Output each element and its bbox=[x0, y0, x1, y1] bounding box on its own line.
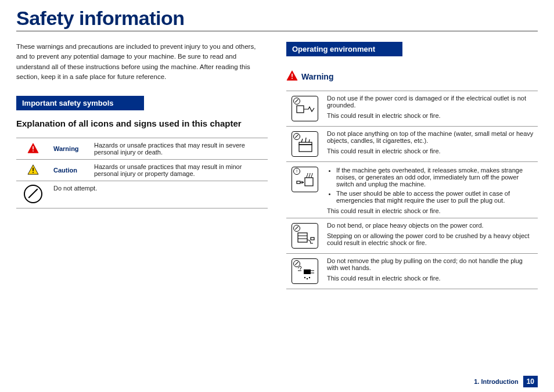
operating-warning-heading: Warning bbox=[286, 70, 538, 82]
bend-cord-icon bbox=[292, 223, 318, 249]
symbols-subheading: Explanation of all icons and signs used … bbox=[16, 118, 268, 128]
footer-chapter: 1. Introduction bbox=[474, 378, 518, 385]
svg-rect-10 bbox=[299, 145, 312, 152]
overheat-unplug-icon: ! bbox=[292, 167, 318, 192]
svg-point-20 bbox=[309, 277, 310, 278]
title-rule bbox=[16, 31, 538, 31]
op-r3-b2: The user should be able to access the po… bbox=[336, 190, 534, 204]
svg-rect-17 bbox=[311, 238, 314, 240]
warning-label: Warning bbox=[50, 138, 91, 160]
table-row: Warning Hazards or unsafe practices that… bbox=[16, 138, 268, 160]
table-row: Do not remove the plug by pulling on the… bbox=[286, 254, 538, 289]
svg-point-19 bbox=[307, 278, 308, 279]
table-row: Do not bend, or place heavy objects on t… bbox=[286, 218, 538, 254]
symbols-table: Warning Hazards or unsafe practices that… bbox=[16, 138, 268, 208]
svg-rect-7 bbox=[292, 74, 293, 77]
svg-rect-5 bbox=[33, 172, 34, 173]
table-row: Do not attempt. bbox=[16, 181, 268, 208]
left-column: These warnings and precautions are inclu… bbox=[16, 42, 268, 289]
svg-point-18 bbox=[304, 277, 305, 278]
warning-triangle-icon bbox=[286, 70, 298, 82]
svg-rect-14 bbox=[298, 233, 307, 242]
damaged-cord-icon bbox=[292, 96, 318, 121]
section-symbols-heading: Important safety symbols bbox=[16, 96, 144, 110]
objects-on-machine-icon bbox=[292, 131, 318, 157]
op-r1-main: Do not use if the power cord is damaged … bbox=[327, 95, 534, 109]
page-footer: 1. Introduction 10 bbox=[474, 376, 538, 387]
op-r3-b1: If the machine gets overheated, it relea… bbox=[336, 167, 534, 188]
op-r2-foot: This could result in electric shock or f… bbox=[327, 148, 534, 154]
footer-page-number: 10 bbox=[523, 376, 538, 387]
table-row: Do not use if the power cord is damaged … bbox=[286, 91, 538, 127]
op-r3-foot: This could result in electric shock or f… bbox=[327, 207, 534, 214]
warning-desc: Hazards or unsafe practices that may res… bbox=[91, 138, 268, 160]
caution-desc: Hazards or unsafe practices that may res… bbox=[91, 160, 268, 181]
operating-table: Do not use if the power cord is damaged … bbox=[286, 91, 538, 289]
intro-text: These warnings and precautions are inclu… bbox=[16, 42, 268, 82]
op-r1-foot: This could result in electric shock or f… bbox=[327, 112, 534, 119]
table-row: Caution Hazards or unsafe practices that… bbox=[16, 160, 268, 181]
right-column: Operating environment Warning bbox=[286, 42, 538, 289]
op-r4-l2: Stepping on or allowing the power cord t… bbox=[327, 232, 534, 246]
wet-hands-plug-icon bbox=[292, 258, 318, 284]
do-not-icon bbox=[24, 185, 42, 203]
op-r5-foot: This could result in electric shock or f… bbox=[327, 275, 534, 282]
svg-rect-11 bbox=[299, 142, 312, 145]
svg-rect-9 bbox=[297, 106, 304, 113]
page-title: Safety information bbox=[16, 7, 538, 30]
caution-label: Caution bbox=[50, 160, 91, 181]
operating-warning-label: Warning bbox=[301, 72, 333, 81]
svg-rect-8 bbox=[292, 78, 293, 79]
svg-rect-13 bbox=[297, 181, 300, 184]
section-operating-heading: Operating environment bbox=[286, 42, 402, 56]
op-r4-l1: Do not bend, or place heavy objects on t… bbox=[327, 222, 534, 229]
svg-rect-1 bbox=[33, 146, 34, 150]
svg-rect-2 bbox=[33, 150, 34, 152]
op-r2-main: Do not place anything on top of the mach… bbox=[327, 130, 534, 144]
op-r5-main: Do not remove the plug by pulling on the… bbox=[327, 257, 534, 271]
table-row: ! If the machine gets overheated, it rel… bbox=[286, 162, 538, 218]
svg-rect-4 bbox=[33, 168, 34, 171]
warning-triangle-icon bbox=[27, 148, 39, 154]
table-row: Do not place anything on top of the mach… bbox=[286, 127, 538, 162]
svg-rect-12 bbox=[305, 178, 313, 186]
caution-triangle-icon bbox=[27, 169, 39, 176]
donot-desc: Do not attempt. bbox=[50, 181, 268, 208]
